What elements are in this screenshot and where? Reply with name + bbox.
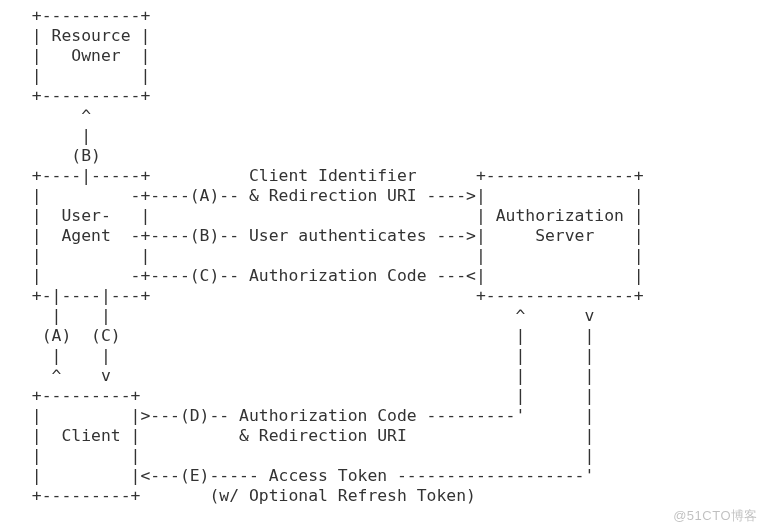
oauth-flow-diagram: +----------+ | Resource | | Owner | | | … — [0, 0, 764, 506]
watermark-label: @51CTO博客 — [673, 507, 758, 525]
